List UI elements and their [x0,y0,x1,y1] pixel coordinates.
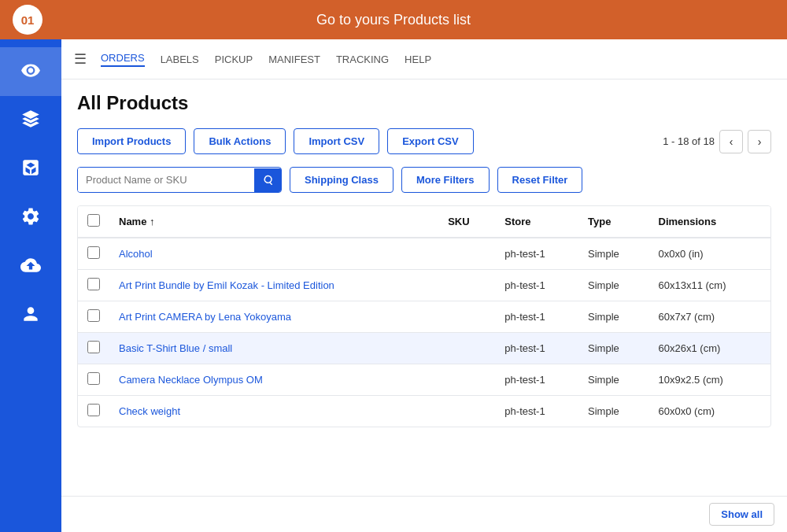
eye-icon [20,60,41,83]
row-sku [438,364,495,396]
sidebar [0,39,61,532]
row-store: ph-test-1 [495,238,578,270]
search-input[interactable] [78,168,254,192]
table-row: Camera Necklace Olympus OM ph-test-1 Sim… [78,364,770,396]
header-type: Type [578,206,648,238]
row-checkbox-5[interactable] [87,404,100,416]
toolbar: Import Products Bulk Actions Import CSV … [77,128,771,154]
row-type: Simple [578,301,648,333]
row-type: Simple [578,333,648,364]
select-all-checkbox[interactable] [87,214,100,227]
settings-icon [20,206,41,230]
row-type: Simple [578,270,648,301]
table-row: Art Print Bundle by Emil Kozak - Limited… [78,270,770,301]
nav-links: ORDERS LABELS PICKUP MANIFEST TRACKING H… [101,52,431,67]
header-name[interactable]: Name ↑ [109,206,438,238]
nav-pickup[interactable]: PICKUP [215,54,253,65]
row-type: Simple [578,364,648,396]
row-dimensions: 60x13x11 (cm) [649,270,770,301]
upload-icon [20,255,41,279]
row-type: Simple [578,396,648,427]
search-button[interactable] [254,168,281,192]
nav-orders[interactable]: ORDERS [101,52,145,67]
box-icon [20,157,41,181]
sidebar-item-user[interactable] [0,291,61,340]
pagination-text: 1 - 18 of 18 [663,135,715,147]
pagination-next-button[interactable]: › [748,130,771,153]
app-logo: 01 [13,5,42,35]
pagination-prev-button[interactable]: ‹ [719,130,743,153]
row-store: ph-test-1 [495,396,578,427]
pagination-info: 1 - 18 of 18 ‹ › [663,130,771,153]
row-sku [438,396,495,427]
sidebar-item-upload[interactable] [0,242,61,291]
row-sku [438,270,495,301]
row-store: ph-test-1 [495,333,578,364]
row-product-name[interactable]: Basic T-Shirt Blue / small [109,333,438,364]
top-bar-title: Go to yours Products list [316,12,471,28]
table-row: Basic T-Shirt Blue / small ph-test-1 Sim… [78,333,770,364]
bottom-bar: Show all [61,496,787,532]
nav-help[interactable]: HELP [405,54,431,65]
row-dimensions: 10x9x2.5 (cm) [649,364,770,396]
products-table-wrapper: Name ↑ SKU Store Type Dimensions Alcohol… [77,205,771,427]
row-dimensions: 0x0x0 (in) [649,238,770,270]
header-checkbox-col [78,206,109,238]
bulk-actions-button[interactable]: Bulk Actions [194,128,286,154]
hamburger-menu[interactable]: ☰ [74,50,87,68]
top-bar: 01 Go to yours Products list [0,0,787,39]
row-product-name[interactable]: Alcohol [109,238,438,270]
row-sku [438,333,495,364]
row-type: Simple [578,238,648,270]
row-dimensions: 60x0x0 (cm) [649,396,770,427]
row-checkbox-cell [78,333,109,364]
nav-labels[interactable]: LABELS [161,54,199,65]
row-dimensions: 60x7x7 (cm) [649,301,770,333]
export-csv-button[interactable]: Export CSV [387,128,474,154]
sidebar-item-layers[interactable] [0,96,61,145]
row-store: ph-test-1 [495,270,578,301]
table-row: Alcohol ph-test-1 Simple 0x0x0 (in) [78,238,770,270]
row-checkbox-cell [78,270,109,301]
sidebar-item-eye[interactable] [0,47,61,96]
table-row: Check weight ph-test-1 Simple 60x0x0 (cm… [78,396,770,427]
table-header-row: Name ↑ SKU Store Type Dimensions [78,206,770,238]
header-store: Store [495,206,578,238]
reset-filter-button[interactable]: Reset Filter [497,167,583,193]
show-all-button[interactable]: Show all [709,503,774,526]
row-product-name[interactable]: Art Print CAMERA by Lena Yokoyama [109,301,438,333]
row-checkbox-2[interactable] [87,309,100,322]
import-csv-button[interactable]: Import CSV [294,128,379,154]
header-sku: SKU [438,206,495,238]
shipping-class-button[interactable]: Shipping Class [290,167,394,193]
row-product-name[interactable]: Art Print Bundle by Emil Kozak - Limited… [109,270,438,301]
row-checkbox-cell [78,238,109,270]
row-dimensions: 60x26x1 (cm) [649,333,770,364]
nav-manifest[interactable]: MANIFEST [268,54,320,65]
row-checkbox-4[interactable] [87,372,100,385]
row-sku [438,301,495,333]
row-store: ph-test-1 [495,301,578,333]
sidebar-item-settings[interactable] [0,194,61,242]
sidebar-item-box[interactable] [0,145,61,194]
search-wrapper [77,167,282,193]
table-row: Art Print CAMERA by Lena Yokoyama ph-tes… [78,301,770,333]
layout: ☰ ORDERS LABELS PICKUP MANIFEST TRACKING… [0,39,787,532]
row-checkbox-0[interactable] [87,246,100,259]
row-product-name[interactable]: Camera Necklace Olympus OM [109,364,438,396]
more-filters-button[interactable]: More Filters [401,167,490,193]
nav-tracking[interactable]: TRACKING [336,54,389,65]
user-icon [20,304,41,327]
header-dimensions: Dimensions [649,206,770,238]
page-content: All Products Import Products Bulk Action… [61,79,787,496]
row-sku [438,238,495,270]
nav-bar: ☰ ORDERS LABELS PICKUP MANIFEST TRACKING… [61,39,787,79]
filter-bar: Shipping Class More Filters Reset Filter [77,167,771,193]
page-title: All Products [77,92,771,114]
import-products-button[interactable]: Import Products [77,128,186,154]
row-checkbox-1[interactable] [87,278,100,290]
main-content: ☰ ORDERS LABELS PICKUP MANIFEST TRACKING… [61,39,787,532]
row-checkbox-3[interactable] [87,341,100,353]
row-product-name[interactable]: Check weight [109,396,438,427]
layers-icon [20,109,41,132]
